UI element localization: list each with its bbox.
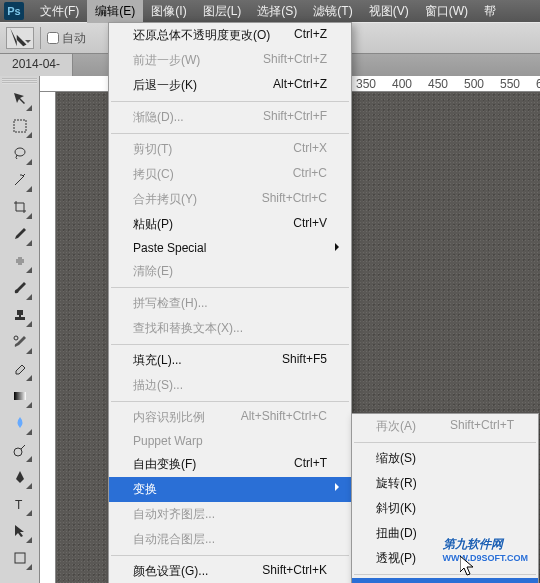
watermark: 第九软件网 WWW.D9SOFT.COM — [443, 534, 529, 563]
menu-item-label: 前进一步(W) — [133, 52, 200, 69]
menu-7[interactable]: 窗口(W) — [417, 0, 476, 23]
shortcut: Shift+Ctrl+C — [262, 191, 327, 208]
separator — [111, 287, 349, 288]
separator — [111, 344, 349, 345]
shape-tool[interactable] — [8, 546, 32, 570]
blur-tool[interactable] — [8, 411, 32, 435]
menu-item-label: 内容识别比例 — [133, 409, 205, 426]
transform-menu-item-0: 再次(A)Shift+Ctrl+T — [352, 414, 538, 439]
type-tool[interactable]: T — [8, 492, 32, 516]
menu-6[interactable]: 视图(V) — [361, 0, 417, 23]
edit-menu-item-10[interactable]: Paste Special — [109, 237, 351, 259]
svg-rect-21 — [14, 392, 26, 400]
menu-item-label: 后退一步(K) — [133, 77, 197, 94]
eyedropper-tool[interactable] — [8, 222, 32, 246]
menu-8[interactable]: 帮 — [476, 0, 504, 23]
edit-menu-item-8: 合并拷贝(Y)Shift+Ctrl+C — [109, 187, 351, 212]
shortcut: Ctrl+T — [294, 456, 327, 473]
shortcut: Ctrl+Z — [294, 27, 327, 44]
separator — [111, 101, 349, 102]
submenu-arrow-icon — [335, 483, 343, 491]
edit-menu-item-23: 自动对齐图层... — [109, 502, 351, 527]
svg-rect-18 — [15, 317, 25, 320]
panel-grabber[interactable] — [2, 78, 37, 84]
edit-menu-item-7: 拷贝(C)Ctrl+C — [109, 162, 351, 187]
shortcut: Shift+Ctrl+K — [262, 563, 327, 580]
lasso-tool[interactable] — [8, 141, 32, 165]
brush-tool[interactable] — [8, 276, 32, 300]
edit-menu-item-0[interactable]: 还原总体不透明度更改(O)Ctrl+Z — [109, 23, 351, 48]
menu-item-label: Paste Special — [133, 241, 206, 255]
menu-item-label: 缩放(S) — [376, 450, 416, 467]
menu-2[interactable]: 图像(I) — [143, 0, 194, 23]
svg-rect-17 — [17, 310, 23, 315]
menu-item-label: 合并拷贝(Y) — [133, 191, 197, 208]
history-brush-tool[interactable] — [8, 330, 32, 354]
menu-4[interactable]: 选择(S) — [249, 0, 305, 23]
menu-item-label: Puppet Warp — [133, 434, 203, 448]
edit-menu-item-19: 内容识别比例Alt+Shift+Ctrl+C — [109, 405, 351, 430]
transform-menu-item-2[interactable]: 缩放(S) — [352, 446, 538, 471]
stamp-tool[interactable] — [8, 303, 32, 327]
edit-menu-item-9[interactable]: 粘贴(P)Ctrl+V — [109, 212, 351, 237]
tool-preset-picker[interactable] — [6, 27, 34, 49]
edit-menu-item-22[interactable]: 变换 — [109, 477, 351, 502]
document-tab[interactable]: 2014-04- — [0, 54, 73, 76]
svg-point-20 — [14, 336, 18, 340]
edit-menu-item-2[interactable]: 后退一步(K)Alt+Ctrl+Z — [109, 73, 351, 98]
shortcut: Ctrl+X — [293, 141, 327, 158]
menu-item-label: 自动对齐图层... — [133, 506, 215, 523]
edit-menu-item-21[interactable]: 自由变换(F)Ctrl+T — [109, 452, 351, 477]
menu-item-label: 再次(A) — [376, 418, 416, 435]
menu-item-label: 斜切(K) — [376, 500, 416, 517]
svg-rect-16 — [18, 257, 22, 265]
svg-point-14 — [15, 148, 25, 156]
menu-item-label: 自由变换(F) — [133, 456, 196, 473]
separator — [111, 401, 349, 402]
edit-menu-item-13: 拼写检查(H)... — [109, 291, 351, 316]
menu-item-label: 查找和替换文本(X)... — [133, 320, 243, 337]
shortcut: Shift+F5 — [282, 352, 327, 369]
edit-menu-item-26[interactable]: 颜色设置(G)...Shift+Ctrl+K — [109, 559, 351, 583]
move-tool[interactable] — [8, 87, 32, 111]
menu-item-label: 自动混合图层... — [133, 531, 215, 548]
menu-item-label: 拼写检查(H)... — [133, 295, 208, 312]
submenu-arrow-icon — [335, 243, 343, 251]
transform-menu-item-8[interactable]: 变形(W) — [352, 578, 538, 583]
edit-menu-item-6: 剪切(T)Ctrl+X — [109, 137, 351, 162]
edit-menu-item-20: Puppet Warp — [109, 430, 351, 452]
edit-menu-dropdown: 还原总体不透明度更改(O)Ctrl+Z前进一步(W)Shift+Ctrl+Z后退… — [108, 22, 352, 583]
edit-menu-item-14: 查找和替换文本(X)... — [109, 316, 351, 341]
svg-rect-13 — [14, 120, 26, 132]
healing-tool[interactable] — [8, 249, 32, 273]
menu-0[interactable]: 文件(F) — [32, 0, 87, 23]
menu-3[interactable]: 图层(L) — [195, 0, 250, 23]
transform-menu-item-3[interactable]: 旋转(R) — [352, 471, 538, 496]
crop-tool[interactable] — [8, 195, 32, 219]
eraser-tool[interactable] — [8, 357, 32, 381]
menu-5[interactable]: 滤镜(T) — [305, 0, 360, 23]
menu-1[interactable]: 编辑(E) — [87, 0, 143, 23]
marquee-tool[interactable] — [8, 114, 32, 138]
separator — [354, 574, 536, 575]
edit-menu-item-4: 渐隐(D)...Shift+Ctrl+F — [109, 105, 351, 130]
menu-item-label: 颜色设置(G)... — [133, 563, 208, 580]
edit-menu-item-16[interactable]: 填充(L)...Shift+F5 — [109, 348, 351, 373]
menu-item-label: 填充(L)... — [133, 352, 182, 369]
pen-tool[interactable] — [8, 465, 32, 489]
gradient-tool[interactable] — [8, 384, 32, 408]
dodge-tool[interactable] — [8, 438, 32, 462]
menu-item-label: 变换 — [133, 481, 157, 498]
menu-item-label: 拷贝(C) — [133, 166, 174, 183]
menu-item-label: 粘贴(P) — [133, 216, 173, 233]
transform-menu-item-4[interactable]: 斜切(K) — [352, 496, 538, 521]
svg-point-22 — [14, 448, 22, 456]
path-selection-tool[interactable] — [8, 519, 32, 543]
auto-select-checkbox[interactable]: 自动 — [47, 30, 86, 47]
wand-tool[interactable] — [8, 168, 32, 192]
divider — [40, 27, 41, 49]
menu-item-label: 旋转(R) — [376, 475, 417, 492]
menu-item-label: 还原总体不透明度更改(O) — [133, 27, 270, 44]
shortcut: Ctrl+C — [293, 166, 327, 183]
menu-item-label: 渐隐(D)... — [133, 109, 184, 126]
